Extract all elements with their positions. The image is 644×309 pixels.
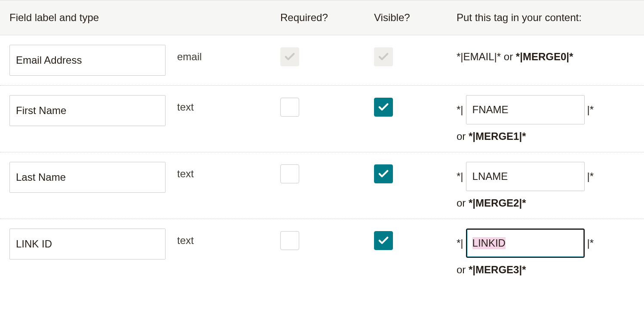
header-required: Required?: [280, 12, 374, 24]
visible-checkbox[interactable]: [374, 164, 393, 183]
merge-tag-prefix: *|: [457, 162, 463, 191]
visible-checkbox[interactable]: [374, 98, 393, 117]
table-body: email*|EMAIL|* or *|MERGE0|*text*||*or *…: [0, 35, 644, 285]
field-type-label: text: [177, 229, 280, 247]
merge-tag-suffix: |*: [587, 162, 594, 191]
field-label-input[interactable]: [9, 95, 166, 126]
merge-tag-input[interactable]: [466, 162, 585, 191]
merge-tag-cell: *||*or *|MERGE2|*: [457, 162, 644, 209]
merge-tag-alt: or *|MERGE2|*: [457, 197, 644, 209]
merge-fields-table: Field label and type Required? Visible? …: [0, 0, 644, 285]
table-row: text*||*or *|MERGE2|*: [0, 152, 644, 219]
merge-tag-input[interactable]: [466, 229, 585, 258]
merge-tag-alt: or *|MERGE3|*: [457, 264, 644, 276]
table-row: text*||*or *|MERGE3|*: [0, 219, 644, 285]
check-icon: [377, 51, 389, 63]
field-type-label: email: [177, 45, 280, 63]
header-visible: Visible?: [374, 12, 457, 24]
header-field-label: Field label and type: [9, 12, 177, 24]
table-row: text*||*or *|MERGE1|*: [0, 86, 644, 152]
merge-tag-suffix: |*: [587, 229, 594, 258]
merge-tag-cell: *|EMAIL|* or *|MERGE0|*: [457, 45, 644, 63]
header-tag: Put this tag in your content:: [457, 12, 644, 24]
required-checkbox[interactable]: [280, 231, 299, 250]
merge-tag-prefix: *|: [457, 95, 463, 124]
merge-tag-suffix: |*: [587, 95, 594, 124]
header-type-spacer: [177, 12, 280, 24]
field-type-label: text: [177, 162, 280, 180]
field-label-input[interactable]: [9, 162, 166, 193]
visible-checkbox[interactable]: [374, 231, 393, 250]
visible-checkbox: [374, 47, 393, 66]
required-checkbox[interactable]: [280, 164, 299, 183]
required-checkbox[interactable]: [280, 98, 299, 117]
merge-tag-static: *|EMAIL|* or *|MERGE0|*: [457, 51, 573, 62]
field-type-label: text: [177, 95, 280, 113]
required-checkbox: [280, 47, 299, 66]
field-label-input[interactable]: [9, 229, 166, 260]
merge-tag-prefix: *|: [457, 229, 463, 258]
merge-tag-input[interactable]: [466, 95, 585, 124]
merge-tag-alt: or *|MERGE1|*: [457, 130, 644, 142]
field-label-input[interactable]: [9, 45, 166, 76]
check-icon: [377, 168, 389, 180]
table-row: email*|EMAIL|* or *|MERGE0|*: [0, 35, 644, 86]
check-icon: [284, 51, 296, 63]
merge-tag-cell: *||*or *|MERGE3|*: [457, 229, 644, 276]
merge-tag-cell: *||*or *|MERGE1|*: [457, 95, 644, 142]
table-header-row: Field label and type Required? Visible? …: [0, 0, 644, 35]
check-icon: [377, 101, 389, 113]
check-icon: [377, 235, 389, 247]
